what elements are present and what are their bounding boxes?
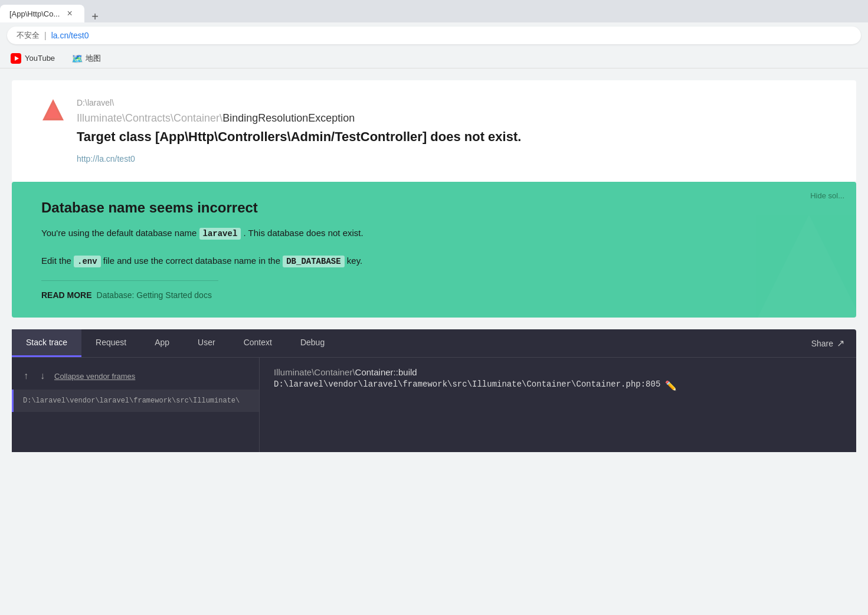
new-tab-button[interactable]: + xyxy=(84,11,106,22)
stack-line-number: 805 xyxy=(646,380,660,389)
stack-frame-path: D:\laravel\vendor\laravel\framework\src\… xyxy=(23,397,250,405)
stack-frame-active[interactable]: D:\laravel\vendor\laravel\framework\src\… xyxy=(12,390,259,412)
security-label: 不安全 xyxy=(17,30,40,41)
stack-file-class: Illuminate\Container\Container::build xyxy=(274,367,842,377)
maps-icon: 🗺️ xyxy=(71,53,82,64)
solution-bg-decoration xyxy=(750,209,856,318)
solution-text-part2: . This database does not exist. xyxy=(244,228,363,238)
error-path: D:\laravel\ xyxy=(77,98,827,107)
solution-text-part1: You're using the default database name xyxy=(41,228,196,238)
stack-detail-panel: Illuminate\Container\Container::build D:… xyxy=(260,358,856,452)
address-bar-row: 不安全 | la.cn/test0 xyxy=(0,22,868,48)
bookmark-maps[interactable]: 🗺️ 地图 xyxy=(68,52,104,65)
stack-section: Stack trace Request App User Context Deb… xyxy=(12,329,856,452)
solution-read-more: READ MORE Database: Getting Started docs xyxy=(41,290,827,300)
exception-namespace: Illuminate\Contracts\Container\ xyxy=(77,112,222,124)
address-separator: | xyxy=(44,31,47,40)
solution-text-1: You're using the default database name l… xyxy=(41,225,827,241)
solution-divider xyxy=(41,280,218,281)
stack-body: ↑ ↓ Collapse vendor frames D:\laravel\ve… xyxy=(12,358,856,452)
edit-file-icon[interactable]: ✏️ xyxy=(665,380,677,391)
tab-request[interactable]: Request xyxy=(81,329,140,357)
share-button[interactable]: Share ↗ xyxy=(800,329,856,357)
exception-classname: BindingResolutionException xyxy=(222,112,355,124)
collapse-vendor-frames[interactable]: Collapse vendor frames xyxy=(54,372,135,381)
stack-frames-panel: ↑ ↓ Collapse vendor frames D:\laravel\ve… xyxy=(12,358,260,452)
tab-bar: [App\Http\Co... × + xyxy=(0,0,868,22)
error-message: Target class [App\Http\Controllers\Admin… xyxy=(77,128,827,146)
error-url[interactable]: http://la.cn/test0 xyxy=(77,154,135,163)
tab-close-button[interactable]: × xyxy=(64,8,75,19)
solution-text-part3: Edit the xyxy=(41,256,71,266)
stack-class-namespace: Illuminate\Container\ xyxy=(274,367,355,377)
read-more-link[interactable]: Database: Getting Started docs xyxy=(97,290,212,300)
stack-arrow-up[interactable]: ↑ xyxy=(21,369,31,382)
share-icon: ↗ xyxy=(837,338,844,349)
share-label: Share xyxy=(811,339,833,348)
error-header: D:\laravel\ Illuminate\Contracts\Contain… xyxy=(12,80,856,182)
ignition-logo xyxy=(41,98,65,122)
stack-arrow-down[interactable]: ↓ xyxy=(38,369,47,382)
stack-class-method: Container::build xyxy=(355,367,417,377)
hide-solutions-button[interactable]: Hide sol... xyxy=(810,191,844,200)
solution-text-2: Edit the .env file and use the correct d… xyxy=(41,253,827,269)
solution-code1: laravel xyxy=(199,228,241,240)
address-url[interactable]: la.cn/test0 xyxy=(51,31,89,40)
solution-text-part5: key. xyxy=(347,256,362,266)
error-info: D:\laravel\ Illuminate\Contracts\Contain… xyxy=(77,98,827,164)
solution-code2: .env xyxy=(74,256,101,267)
bookmarks-bar: YouTube 🗺️ 地图 xyxy=(0,48,868,68)
tab-stack-trace[interactable]: Stack trace xyxy=(12,329,81,357)
solution-text-part4: file and use the correct database name i… xyxy=(103,256,280,266)
tab-user[interactable]: User xyxy=(184,329,230,357)
browser-tab-active[interactable]: [App\Http\Co... × xyxy=(0,5,84,22)
solution-code3: DB_DATABASE xyxy=(283,256,344,267)
tab-title: [App\Http\Co... xyxy=(9,9,60,18)
browser-chrome: [App\Http\Co... × + 不安全 | la.cn/test0 Yo… xyxy=(0,0,868,68)
stack-file-colon: : xyxy=(641,380,646,389)
stack-file-line: D:\laravel\vendor\laravel\framework\src\… xyxy=(274,380,842,391)
youtube-icon xyxy=(11,53,21,64)
bookmark-maps-label: 地图 xyxy=(86,53,101,64)
error-exception: Illuminate\Contracts\Container\BindingRe… xyxy=(77,112,827,125)
stack-tabs: Stack trace Request App User Context Deb… xyxy=(12,329,856,358)
youtube-play-icon xyxy=(15,56,19,61)
read-more-label: READ MORE xyxy=(41,290,92,300)
tab-app[interactable]: App xyxy=(140,329,184,357)
solution-title: Database name seems incorrect xyxy=(41,199,827,216)
tab-context[interactable]: Context xyxy=(230,329,286,357)
address-bar[interactable]: 不安全 | la.cn/test0 xyxy=(7,27,861,44)
solution-section: Hide sol... Database name seems incorrec… xyxy=(12,182,856,318)
bookmark-youtube-label: YouTube xyxy=(25,54,55,63)
stack-controls: ↑ ↓ Collapse vendor frames xyxy=(12,365,259,390)
tab-debug[interactable]: Debug xyxy=(286,329,339,357)
bookmark-youtube[interactable]: YouTube xyxy=(7,52,58,65)
stack-file-path: D:\laravel\vendor\laravel\framework\src\… xyxy=(274,380,660,389)
error-page: D:\laravel\ Illuminate\Contracts\Contain… xyxy=(12,80,856,182)
page-content: D:\laravel\ Illuminate\Contracts\Contain… xyxy=(0,68,868,452)
